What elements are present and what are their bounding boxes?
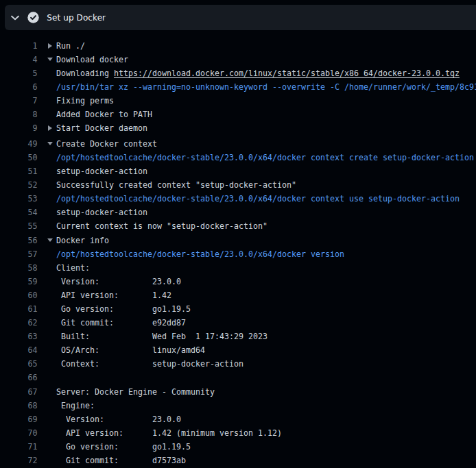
log-line: 65 Context: setup-docker-action — [0, 357, 476, 371]
plain-text: Git commit: d7573ab — [56, 456, 186, 465]
plain-text: Docker info — [56, 236, 109, 245]
group-collapse-icon[interactable] — [47, 238, 53, 242]
log-line: 54setup-docker-action — [0, 206, 476, 219]
group-title[interactable]: Download docker — [56, 55, 128, 64]
log-line: 64 OS/Arch: linux/amd64 — [0, 343, 476, 357]
plain-text: setup-docker-action — [56, 208, 147, 217]
step-header[interactable]: Set up Docker — [5, 5, 476, 30]
log-text: API version: 1.42 (minimum version 1.12) — [56, 428, 282, 438]
plain-text: setup-docker-action — [56, 167, 147, 176]
log-line: 59 Version: 23.0.0 — [0, 275, 476, 288]
line-number[interactable]: 54 — [0, 208, 38, 217]
group-title[interactable]: Create Docker context — [56, 139, 157, 149]
log-line: 6/usr/bin/tar xz --warning=no-unknown-ke… — [0, 80, 476, 94]
plain-text: Start Docker daemon — [56, 123, 147, 133]
log-line: 68 Engine: — [0, 399, 476, 412]
line-number[interactable]: 64 — [0, 345, 38, 355]
plain-text: Engine: — [56, 401, 95, 410]
line-number[interactable]: 72 — [0, 456, 38, 465]
line-number[interactable]: 56 — [0, 236, 38, 245]
log-line: 56Docker info — [0, 233, 476, 247]
line-number[interactable]: 9 — [0, 123, 38, 133]
line-number[interactable]: 65 — [0, 359, 38, 369]
plain-text: Download docker — [56, 55, 128, 64]
group-title[interactable]: Start Docker daemon — [56, 123, 147, 133]
command-text: /opt/hostedtoolcache/docker-stable/23.0.… — [56, 153, 476, 162]
group-expand-icon[interactable] — [48, 43, 52, 49]
log-text: Go version: go1.19.5 — [56, 304, 191, 314]
plain-text: Client: — [56, 263, 90, 273]
log-text: Git commit: e92dd87 — [56, 318, 186, 328]
log-line: 66 — [0, 371, 476, 384]
group-expand-icon[interactable] — [48, 125, 52, 131]
line-number[interactable]: 52 — [0, 180, 38, 190]
log-text: Current context is now "setup-docker-act… — [56, 221, 267, 231]
line-number[interactable]: 50 — [0, 153, 38, 162]
plain-text: Fixing perms — [56, 96, 114, 106]
line-number[interactable]: 67 — [0, 387, 38, 397]
group-title[interactable]: Docker info — [56, 236, 109, 245]
log-text: setup-docker-action — [56, 208, 147, 217]
log-line: 62 Git commit: e92dd87 — [0, 316, 476, 330]
line-number[interactable]: 71 — [0, 442, 38, 452]
plain-text: Successfully created context "setup-dock… — [56, 180, 296, 190]
log-text: /opt/hostedtoolcache/docker-stable/23.0.… — [56, 153, 476, 162]
log-line: 60 API version: 1.42 — [0, 288, 476, 302]
log-line: 8Added Docker to PATH — [0, 108, 476, 121]
line-number[interactable]: 68 — [0, 401, 38, 410]
line-number[interactable]: 57 — [0, 249, 38, 259]
line-number[interactable]: 63 — [0, 332, 38, 341]
line-number[interactable]: 61 — [0, 304, 38, 314]
chevron-down-icon[interactable] — [11, 15, 19, 21]
line-number[interactable]: 5 — [0, 69, 38, 78]
plain-text: Run ./ — [56, 41, 85, 51]
log-line: 57/opt/hostedtoolcache/docker-stable/23.… — [0, 247, 476, 261]
log-text: Added Docker to PATH — [56, 110, 152, 119]
group-title[interactable]: Run ./ — [56, 41, 85, 51]
log-link[interactable]: https://download.docker.com/linux/static… — [114, 69, 460, 78]
line-number[interactable]: 53 — [0, 194, 38, 204]
line-number[interactable]: 6 — [0, 82, 38, 92]
log-line: 51setup-docker-action — [0, 164, 476, 178]
line-number[interactable]: 62 — [0, 318, 38, 328]
plain-text: Go version: go1.19.5 — [56, 442, 191, 452]
line-number[interactable]: 60 — [0, 291, 38, 300]
log-line: 49Create Docker context — [0, 137, 476, 151]
line-number[interactable]: 7 — [0, 96, 38, 106]
command-text: /usr/bin/tar xz --warning=no-unknown-key… — [56, 82, 476, 92]
line-number[interactable]: 59 — [0, 277, 38, 286]
log-lines: 1Run ./4Download docker5Downloading http… — [0, 39, 476, 467]
line-number[interactable]: 70 — [0, 428, 38, 438]
log-line: 71 Go version: go1.19.5 — [0, 440, 476, 454]
line-number[interactable]: 8 — [0, 110, 38, 119]
plain-text: API version: 1.42 — [56, 291, 171, 300]
group-collapse-icon[interactable] — [47, 58, 53, 61]
plain-text: OS/Arch: linux/amd64 — [56, 345, 205, 355]
log-text: /opt/hostedtoolcache/docker-stable/23.0.… — [56, 249, 344, 259]
plain-text: Downloading — [56, 69, 114, 78]
log-text: OS/Arch: linux/amd64 — [56, 345, 205, 355]
log-line: 55Current context is now "setup-docker-a… — [0, 219, 476, 233]
line-number[interactable]: 69 — [0, 415, 38, 424]
line-number[interactable]: 66 — [0, 373, 38, 382]
log-text: Fixing perms — [56, 96, 114, 106]
line-number[interactable]: 49 — [0, 139, 38, 149]
line-number[interactable]: 58 — [0, 263, 38, 273]
group-collapse-icon[interactable] — [47, 142, 53, 145]
line-number[interactable]: 55 — [0, 221, 38, 231]
log-line: 58Client: — [0, 261, 476, 275]
log-text: Downloading https://download.docker.com/… — [56, 69, 460, 78]
command-text: /opt/hostedtoolcache/docker-stable/23.0.… — [56, 194, 460, 204]
log-line: 52Successfully created context "setup-do… — [0, 178, 476, 192]
log-line: 4Download docker — [0, 53, 476, 66]
log-line: 70 API version: 1.42 (minimum version 1.… — [0, 426, 476, 440]
line-number[interactable]: 51 — [0, 167, 38, 176]
line-number[interactable]: 1 — [0, 41, 38, 51]
line-number[interactable]: 4 — [0, 55, 38, 64]
plain-text: Go version: go1.19.5 — [56, 304, 191, 314]
log-line: 67Server: Docker Engine - Community — [0, 384, 476, 398]
log-text: Go version: go1.19.5 — [56, 442, 191, 452]
log-text: Client: — [56, 263, 90, 273]
log-text: Successfully created context "setup-dock… — [56, 180, 296, 190]
log-text: Version: 23.0.0 — [56, 277, 181, 286]
